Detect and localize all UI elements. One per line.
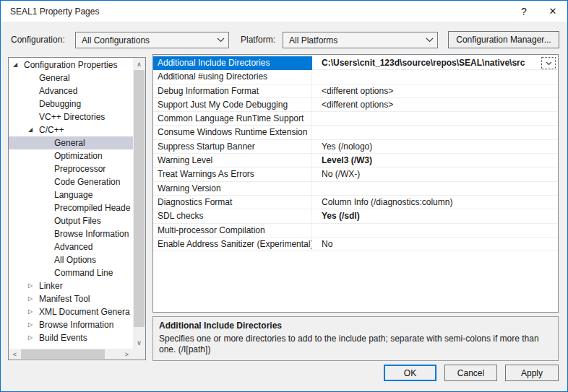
tree-item[interactable]: General [9, 71, 133, 84]
property-value[interactable] [312, 224, 558, 238]
tree-expander-icon[interactable]: ▷ [28, 305, 39, 318]
property-value[interactable]: <different options> [312, 84, 558, 98]
configuration-label: Configuration: [11, 32, 65, 48]
property-value[interactable]: No (/WX-) [312, 167, 558, 181]
property-row[interactable]: Treat Warnings As Errors No (/WX-) [153, 167, 558, 181]
property-value[interactable]: C:\Users\cnit_123d\source\repos\SEAL\nat… [312, 56, 558, 70]
tree-expander-icon[interactable] [43, 240, 54, 253]
tree-expander-icon[interactable] [43, 227, 54, 240]
property-row[interactable]: Debug Information Format <different opti… [153, 84, 558, 98]
tree-expander-icon[interactable] [43, 175, 54, 188]
property-row[interactable]: Additional #using Directories [153, 70, 558, 84]
property-value[interactable] [312, 126, 558, 139]
tree-item-label: Advanced [54, 240, 92, 253]
property-row[interactable]: Additional Include Directories C:\Users\… [153, 56, 558, 70]
help-button[interactable]: ? [509, 1, 538, 22]
apply-button[interactable]: Apply [505, 365, 559, 381]
tree-item[interactable]: Command Line [9, 266, 133, 279]
tree-item[interactable]: Advanced [9, 84, 133, 97]
tree-item-label: General [54, 136, 85, 149]
chevron-down-icon [212, 38, 228, 43]
tree-item[interactable]: Precompiled Heade [9, 201, 133, 214]
property-row[interactable]: Consume Windows Runtime Extension [153, 126, 558, 139]
tree-indent [9, 227, 43, 240]
tree-item[interactable]: Output Files [9, 214, 133, 227]
tree-item[interactable]: Browse Information [9, 227, 133, 240]
tree-item-label: Language [54, 188, 92, 201]
tree-item[interactable]: Advanced [9, 240, 133, 253]
property-row[interactable]: Warning Level Level3 (/W3) [153, 154, 558, 167]
tree-expander-icon[interactable]: ▷ [28, 292, 39, 305]
tree-expander-icon[interactable]: ◢ [28, 123, 39, 136]
property-value[interactable]: <different options> [312, 98, 558, 112]
property-value[interactable]: Column Info (/diagnostics:column) [312, 196, 558, 209]
tree-expander-icon[interactable] [28, 71, 39, 84]
tree-vertical-scrollbar[interactable]: ∧ ∨ [133, 58, 145, 349]
tree-expander-icon[interactable]: ▷ [28, 331, 39, 344]
property-value[interactable] [312, 182, 558, 196]
property-value[interactable] [312, 70, 558, 84]
tree-expander-icon[interactable]: ▷ [28, 279, 39, 292]
tree-expander-icon[interactable] [43, 162, 54, 175]
tree-expander-icon[interactable] [43, 136, 54, 149]
tree-item[interactable]: Optimization [9, 149, 133, 162]
tree-item[interactable]: ▷ Manifest Tool [9, 292, 133, 305]
tree-expander-icon[interactable] [28, 97, 39, 110]
platform-select[interactable]: All Platforms [283, 32, 438, 48]
tree-horizontal-scrollbar[interactable]: < > [9, 349, 133, 360]
tree-item[interactable]: ▷ XML Document Genera [9, 305, 133, 318]
property-row[interactable]: Diagnostics Format Column Info (/diagnos… [153, 196, 558, 209]
property-value-text: <different options> [322, 100, 393, 110]
tree-expander-icon[interactable]: ▷ [28, 318, 39, 331]
property-value[interactable] [312, 112, 558, 126]
scroll-right-icon[interactable]: > [121, 349, 133, 360]
property-value[interactable]: Yes (/sdl) [312, 209, 558, 223]
tree-expander-icon[interactable]: ◢ [13, 58, 24, 71]
cancel-button[interactable]: Cancel [444, 365, 497, 381]
close-button[interactable]: ✕ [538, 1, 567, 22]
tree-expander-icon[interactable] [43, 149, 54, 162]
tree-item[interactable]: Language [9, 188, 133, 201]
property-row[interactable]: Common Language RunTime Support [153, 112, 558, 126]
property-value[interactable]: Level3 (/W3) [312, 154, 558, 167]
tree-expander-icon[interactable] [28, 110, 39, 123]
tree-item[interactable]: ▷ Build Events [9, 331, 133, 344]
ok-button[interactable]: OK [384, 365, 436, 381]
tree-expander-icon[interactable] [28, 84, 39, 97]
tree-indent [9, 240, 43, 253]
tree-indent [9, 292, 28, 305]
scroll-left-icon[interactable]: < [9, 349, 21, 360]
property-name: SDL checks [153, 209, 312, 223]
tree-item[interactable]: Debugging [9, 97, 133, 110]
tree-item[interactable]: ◢ C/C++ [9, 123, 133, 136]
tree-expander-icon[interactable] [43, 253, 54, 266]
value-dropdown-button[interactable] [541, 57, 556, 69]
property-row[interactable]: Multi-processor Compilation [153, 224, 558, 238]
configuration-select[interactable]: All Configurations [75, 32, 229, 48]
tree-expander-icon[interactable] [43, 214, 54, 227]
tree-item[interactable]: ◢ Configuration Properties [9, 58, 133, 71]
tree-item[interactable]: VC++ Directories [9, 110, 133, 123]
property-row[interactable]: Warning Version [153, 182, 558, 196]
property-row[interactable]: SDL checks Yes (/sdl) [153, 209, 558, 223]
property-value[interactable]: No [312, 238, 558, 251]
tree-expander-icon[interactable] [43, 266, 54, 279]
configuration-manager-button[interactable]: Configuration Manager... [448, 31, 559, 48]
vertical-scroll-thumb[interactable] [134, 70, 145, 327]
property-row[interactable]: Enable Address Sanitizer (Experimental) … [153, 238, 558, 251]
tree-item[interactable]: Code Generation [9, 175, 133, 188]
property-name: Treat Warnings As Errors [153, 167, 312, 181]
horizontal-scroll-thumb[interactable] [21, 349, 105, 359]
property-row[interactable]: Suppress Startup Banner Yes (/nologo) [153, 140, 558, 154]
property-row[interactable]: Support Just My Code Debugging <differen… [153, 98, 558, 112]
tree-item[interactable]: ▷ Linker [9, 279, 133, 292]
scroll-down-icon[interactable]: ∨ [133, 336, 145, 349]
tree-expander-icon[interactable] [43, 188, 54, 201]
tree-item[interactable]: All Options [9, 253, 133, 266]
property-value[interactable]: Yes (/nologo) [312, 140, 558, 154]
tree-item[interactable]: General [9, 136, 133, 149]
scroll-up-icon[interactable]: ∧ [133, 58, 145, 70]
tree-expander-icon[interactable] [43, 201, 54, 214]
tree-item[interactable]: Preprocessor [9, 162, 133, 175]
tree-item[interactable]: ▷ Browse Information [9, 318, 133, 331]
